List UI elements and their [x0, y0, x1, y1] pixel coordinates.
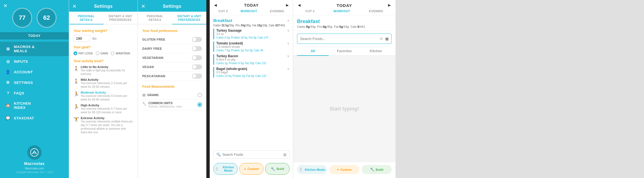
- foodlog-search-input[interactable]: [222, 153, 282, 157]
- kitchen-meals-label: Kitchen Meals: [220, 166, 236, 172]
- activity-moderate[interactable]: 🏃 Moderate Activity You exercise intensi…: [73, 91, 133, 101]
- food-macros-bagel: Carbs 23.5gProtein 4gFat 0gCals 110: [216, 74, 290, 77]
- food-bagel-chevron[interactable]: ∨: [287, 67, 290, 71]
- sp-meal-macros: Carbs 0g/33g Pro:0g/35g Fat 0g/19g Cals …: [297, 25, 392, 28]
- sp-custom-btn[interactable]: + Custom: [329, 165, 359, 174]
- barcode-icon[interactable]: ▦: [283, 152, 286, 157]
- foodlog-next-btn[interactable]: ►: [285, 3, 290, 8]
- sidebar-item-settings[interactable]: ⚙ SETTINGS: [0, 77, 69, 88]
- activity-icon-little: 🚶: [73, 66, 78, 71]
- toggle-vegetarian[interactable]: VEGETARIAN: [142, 53, 202, 62]
- settings2-close-btn[interactable]: ✕: [141, 3, 145, 9]
- sp-kitchen-meals-btn[interactable]: 🍴 Kitchen Meals: [297, 165, 327, 174]
- food-qty-bagel: 0.5 bagel: [216, 71, 290, 74]
- food-name-turkey-bacon: Turkey Bacon: [216, 54, 238, 58]
- sf-tab-all[interactable]: All: [297, 47, 329, 56]
- toggle-gluten-free[interactable]: GLUTEN FREE: [142, 35, 202, 44]
- food-turkey-sausage-chevron[interactable]: ∨: [287, 29, 290, 32]
- search-foods-input[interactable]: [300, 37, 377, 41]
- nav-label-inputs: INPUTS: [14, 59, 28, 64]
- macros-meals-icon: ⊞: [6, 47, 11, 51]
- custom-btn[interactable]: + Custom: [239, 163, 264, 175]
- radio-maintain-indicator: [111, 51, 115, 55]
- settings1-close-btn[interactable]: ✕: [72, 3, 77, 9]
- goal-radios: FAT LOSS GAIN MAINTAIN: [73, 51, 133, 55]
- toggle-gluten-free-switch[interactable]: [192, 37, 202, 42]
- food-turkey-bacon-chevron[interactable]: ∨: [287, 54, 290, 58]
- meal-breakfast-chevron[interactable]: ∧: [287, 19, 290, 22]
- foodlog-prev-btn[interactable]: ◄: [213, 3, 218, 8]
- goal-gain[interactable]: GAIN: [96, 51, 108, 55]
- search-input-area: ✕ ▦: [293, 31, 395, 47]
- food-tomato-chevron[interactable]: ∨: [287, 41, 290, 45]
- tab2-personal-details[interactable]: PERSONALDETAILS: [138, 12, 172, 24]
- sp-build-icon: 🔧: [370, 167, 374, 172]
- sf-tab-kitchen[interactable]: Kitchen: [360, 47, 392, 55]
- starting-weight-label: Your starting weight?: [73, 29, 133, 33]
- sidebar-close-btn[interactable]: ✕: [3, 3, 7, 9]
- foodlog-body: Breakfast ∧ Carbs 32.5g/33g Pro 34g/35g …: [210, 15, 293, 148]
- nav-label-staxchat: STAXCHAT: [14, 116, 34, 120]
- sidebar-item-kitchen-index[interactable]: 🏠 KITCHENINDEX: [0, 98, 69, 113]
- settings2-title: Settings: [138, 4, 206, 9]
- toggle-thumb-pescatarian: [192, 74, 196, 78]
- settings-header-2: ✕ Settings: [138, 0, 206, 12]
- sidebar-item-staxchat[interactable]: 💬 STAXCHAT: [0, 113, 69, 123]
- sidebar-panel: ✕ 77 62 TODAY ⊞ MACROS &MEALS ◎ INPUTS 👤…: [0, 0, 69, 178]
- sp-tab-evening[interactable]: EVENING: [369, 9, 383, 13]
- build-icon: 🔧: [271, 167, 275, 171]
- meal-breakfast-header: Breakfast ∧: [213, 18, 290, 23]
- activity-mild[interactable]: 🚶 Mild Activity You exercise intensively…: [73, 78, 133, 89]
- activity-extreme[interactable]: 🏋 Extreme Activity You exercise intensiv…: [73, 116, 133, 134]
- activity-icon-moderate: 🏃: [73, 91, 78, 97]
- toggle-pescatarian-switch[interactable]: [192, 74, 202, 79]
- sidebar-item-account[interactable]: 👤 ACCOUNT: [0, 67, 69, 77]
- radio-fat-loss-indicator: [73, 51, 77, 55]
- search-clear-btn[interactable]: ✕: [379, 36, 383, 41]
- sidebar-logo-text: Macrostax: [24, 161, 45, 166]
- sidebar-item-macros-meals[interactable]: ⊞ MACROS &MEALS: [0, 42, 69, 56]
- toggle-thumb-vegan: [192, 65, 196, 69]
- tab2-dietary-unit[interactable]: DIETARY & UNITPREFERENCES: [172, 12, 207, 24]
- foodlog-tab-evening[interactable]: EVENING: [270, 9, 284, 13]
- toggle-vegan-switch[interactable]: [192, 64, 202, 69]
- goal-maintain[interactable]: MAINTAIN: [111, 51, 130, 55]
- sidebar-item-faqs[interactable]: ? FAQS: [0, 88, 69, 98]
- weight-input[interactable]: [73, 35, 90, 42]
- panel-divider: [206, 0, 210, 178]
- staxchat-icon: 💬: [6, 116, 11, 120]
- activity-little-none[interactable]: 🚶 Little to No Activity You walk or ligh…: [73, 65, 133, 76]
- goal-fat-loss[interactable]: FAT LOSS: [73, 51, 93, 55]
- faqs-icon: ?: [6, 91, 11, 95]
- foodlog-tab-workout[interactable]: WORKOUT: [240, 9, 257, 13]
- toggle-dairy-free[interactable]: DAIRY FREE: [142, 44, 202, 53]
- measurement-common-units[interactable]: 🥄 COMMON UNITS Ounces, tablespoons, cups: [142, 99, 202, 110]
- tab-dietary-unit[interactable]: DIETARY & UNITPREFERENCES: [103, 12, 138, 24]
- kitchen-meals-btn[interactable]: 🍴 Kitchen Meals: [213, 163, 238, 175]
- search-barcode-icon[interactable]: ▦: [385, 37, 389, 41]
- sp-meal-name: Breakfast: [297, 19, 392, 24]
- foodlog-tab-cut2[interactable]: CUT 2: [219, 9, 228, 13]
- toggle-thumb-dairy: [192, 47, 196, 51]
- sp-build-btn[interactable]: 🔧 Build: [362, 165, 392, 174]
- activity-name-extreme: Extreme Activity: [81, 116, 133, 120]
- activity-high[interactable]: 🏃 High Activity You exercise intensively…: [73, 104, 133, 114]
- foodlog-search-bar: 🔍 ▦: [213, 151, 290, 159]
- search-panel-next-btn[interactable]: ►: [387, 3, 392, 8]
- food-turkey-bacon-header: Turkey Bacon ∨: [216, 54, 290, 58]
- search-panel-prev-btn[interactable]: ◄: [297, 3, 301, 8]
- sidebar-item-inputs[interactable]: ◎ INPUTS: [0, 56, 69, 67]
- toggle-vegan[interactable]: VEGAN: [142, 62, 202, 72]
- tab-personal-details[interactable]: PERSONALDETAILS: [69, 12, 103, 24]
- build-btn[interactable]: 🔧 Build: [265, 163, 290, 175]
- toggle-pescatarian[interactable]: PESCATARIAN: [142, 72, 202, 81]
- measurement-grams[interactable]: ⚖ GRAMS: [142, 91, 202, 99]
- search-empty-state: Start typing!: [293, 56, 395, 162]
- circle-widget-right: 62: [37, 8, 57, 28]
- activity-desc-high: You exercise intensively 5-7 times per w…: [81, 107, 127, 114]
- toggle-dairy-free-switch[interactable]: [192, 46, 202, 51]
- sp-tab-workout[interactable]: WORKOUT: [333, 9, 350, 13]
- toggle-vegetarian-switch[interactable]: [192, 55, 202, 60]
- sf-tab-favorites[interactable]: Favorites: [329, 47, 360, 55]
- sp-tab-cut2[interactable]: CUT 2: [305, 9, 315, 13]
